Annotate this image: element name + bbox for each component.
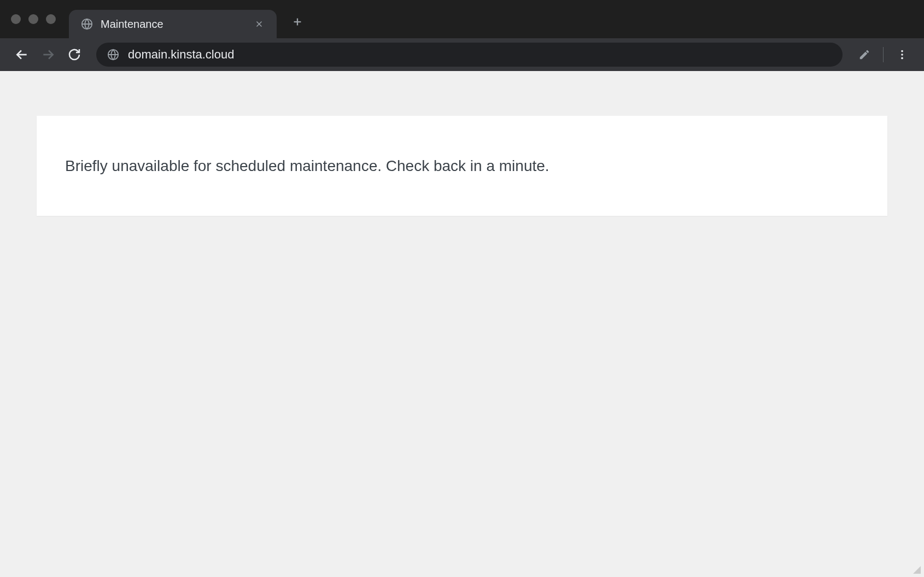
close-icon[interactable] — [253, 17, 266, 31]
address-bar[interactable]: domain.kinsta.cloud — [96, 43, 843, 67]
maintenance-card: Briefly unavailable for scheduled mainte… — [37, 116, 887, 216]
window-maximize-button[interactable] — [46, 14, 56, 24]
toolbar-divider — [883, 47, 884, 62]
svg-point-9 — [901, 54, 903, 56]
browser-toolbar: domain.kinsta.cloud — [0, 38, 924, 71]
reload-button[interactable] — [63, 44, 85, 66]
globe-icon — [81, 18, 93, 30]
forward-button[interactable] — [37, 44, 59, 66]
page-viewport: Briefly unavailable for scheduled mainte… — [0, 71, 924, 577]
tab-bar: Maintenance — [0, 0, 924, 38]
svg-point-8 — [901, 50, 903, 52]
pen-icon[interactable] — [853, 44, 875, 66]
window-controls — [11, 14, 56, 24]
maintenance-message: Briefly unavailable for scheduled mainte… — [65, 155, 859, 176]
url-text: domain.kinsta.cloud — [128, 48, 832, 62]
svg-point-10 — [901, 57, 903, 60]
tab-title: Maintenance — [101, 18, 245, 31]
window-minimize-button[interactable] — [28, 14, 38, 24]
browser-window: Maintenance — [0, 0, 924, 577]
window-close-button[interactable] — [11, 14, 21, 24]
resize-handle-icon[interactable] — [913, 566, 921, 574]
site-info-icon[interactable] — [107, 49, 119, 61]
back-button[interactable] — [11, 44, 33, 66]
browser-menu-button[interactable] — [891, 44, 913, 66]
new-tab-button[interactable] — [286, 11, 308, 33]
browser-tab[interactable]: Maintenance — [69, 10, 277, 38]
